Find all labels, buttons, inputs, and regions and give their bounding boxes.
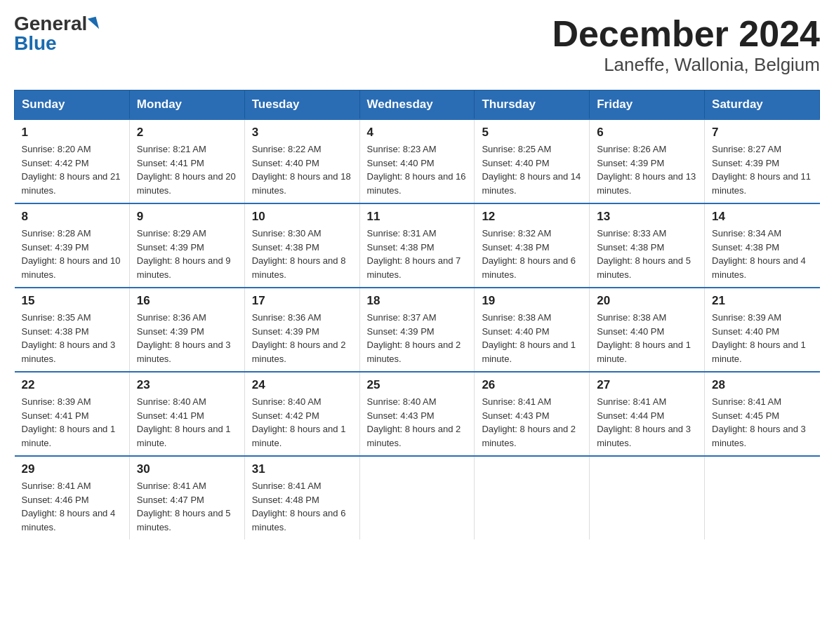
page-subtitle: Laneffe, Wallonia, Belgium	[552, 54, 820, 76]
day-number: 21	[712, 294, 812, 308]
calendar-cell: 30 Sunrise: 8:41 AMSunset: 4:47 PMDaylig…	[129, 456, 244, 539]
day-number: 17	[252, 294, 352, 308]
day-number: 29	[22, 462, 122, 476]
calendar-cell: 14 Sunrise: 8:34 AMSunset: 4:38 PMDaylig…	[705, 203, 820, 288]
header-day-thursday: Thursday	[475, 90, 590, 120]
calendar-week-2: 8 Sunrise: 8:28 AMSunset: 4:39 PMDayligh…	[15, 203, 820, 288]
day-info: Sunrise: 8:35 AMSunset: 4:38 PMDaylight:…	[22, 312, 116, 364]
day-info: Sunrise: 8:41 AMSunset: 4:48 PMDaylight:…	[252, 481, 346, 532]
day-info: Sunrise: 8:26 AMSunset: 4:39 PMDaylight:…	[597, 144, 696, 196]
day-info: Sunrise: 8:41 AMSunset: 4:46 PMDaylight:…	[22, 481, 116, 532]
calendar-cell: 6 Sunrise: 8:26 AMSunset: 4:39 PMDayligh…	[590, 119, 705, 203]
calendar-cell: 3 Sunrise: 8:22 AMSunset: 4:40 PMDayligh…	[244, 119, 359, 203]
calendar-cell: 24 Sunrise: 8:40 AMSunset: 4:42 PMDaylig…	[244, 372, 359, 456]
day-number: 10	[252, 210, 352, 224]
day-number: 20	[597, 294, 697, 308]
calendar-cell: 5 Sunrise: 8:25 AMSunset: 4:40 PMDayligh…	[475, 119, 590, 203]
day-info: Sunrise: 8:39 AMSunset: 4:40 PMDaylight:…	[712, 312, 806, 364]
header-row: SundayMondayTuesdayWednesdayThursdayFrid…	[15, 90, 820, 120]
day-info: Sunrise: 8:41 AMSunset: 4:44 PMDaylight:…	[597, 396, 691, 448]
day-number: 24	[252, 378, 352, 392]
header-day-monday: Monday	[129, 90, 244, 120]
calendar-cell: 8 Sunrise: 8:28 AMSunset: 4:39 PMDayligh…	[15, 203, 130, 288]
calendar-cell: 13 Sunrise: 8:33 AMSunset: 4:38 PMDaylig…	[590, 203, 705, 288]
day-number: 1	[22, 126, 122, 140]
day-number: 18	[367, 294, 468, 308]
calendar-cell	[705, 456, 820, 539]
day-number: 19	[482, 294, 582, 308]
day-number: 23	[137, 378, 237, 392]
day-number: 2	[137, 126, 237, 140]
calendar-table: SundayMondayTuesdayWednesdayThursdayFrid…	[14, 90, 820, 539]
day-info: Sunrise: 8:41 AMSunset: 4:43 PMDaylight:…	[482, 396, 576, 448]
day-number: 6	[597, 126, 697, 140]
calendar-cell: 10 Sunrise: 8:30 AMSunset: 4:38 PMDaylig…	[244, 203, 359, 288]
calendar-cell: 28 Sunrise: 8:41 AMSunset: 4:45 PMDaylig…	[705, 372, 820, 456]
calendar-cell: 11 Sunrise: 8:31 AMSunset: 4:38 PMDaylig…	[359, 203, 475, 288]
day-info: Sunrise: 8:38 AMSunset: 4:40 PMDaylight:…	[597, 312, 691, 364]
day-number: 14	[712, 210, 812, 224]
day-info: Sunrise: 8:29 AMSunset: 4:39 PMDaylight:…	[137, 228, 231, 280]
day-info: Sunrise: 8:23 AMSunset: 4:40 PMDaylight:…	[367, 144, 466, 196]
header-day-saturday: Saturday	[705, 90, 820, 120]
calendar-cell: 27 Sunrise: 8:41 AMSunset: 4:44 PMDaylig…	[590, 372, 705, 456]
day-number: 9	[137, 210, 237, 224]
header-day-sunday: Sunday	[15, 90, 130, 120]
day-number: 25	[367, 378, 468, 392]
day-info: Sunrise: 8:27 AMSunset: 4:39 PMDaylight:…	[712, 144, 811, 196]
calendar-cell: 17 Sunrise: 8:36 AMSunset: 4:39 PMDaylig…	[244, 288, 359, 372]
day-number: 30	[137, 462, 237, 476]
day-info: Sunrise: 8:22 AMSunset: 4:40 PMDaylight:…	[252, 144, 351, 196]
day-info: Sunrise: 8:40 AMSunset: 4:41 PMDaylight:…	[137, 396, 231, 448]
calendar-header: SundayMondayTuesdayWednesdayThursdayFrid…	[15, 90, 820, 120]
day-info: Sunrise: 8:38 AMSunset: 4:40 PMDaylight:…	[482, 312, 576, 364]
day-info: Sunrise: 8:31 AMSunset: 4:38 PMDaylight:…	[367, 228, 461, 280]
calendar-cell: 25 Sunrise: 8:40 AMSunset: 4:43 PMDaylig…	[359, 372, 475, 456]
day-info: Sunrise: 8:36 AMSunset: 4:39 PMDaylight:…	[137, 312, 231, 364]
calendar-cell: 16 Sunrise: 8:36 AMSunset: 4:39 PMDaylig…	[129, 288, 244, 372]
day-number: 4	[367, 126, 468, 140]
calendar-cell: 19 Sunrise: 8:38 AMSunset: 4:40 PMDaylig…	[475, 288, 590, 372]
day-number: 3	[252, 126, 352, 140]
day-number: 28	[712, 378, 812, 392]
calendar-cell: 12 Sunrise: 8:32 AMSunset: 4:38 PMDaylig…	[475, 203, 590, 288]
day-info: Sunrise: 8:37 AMSunset: 4:39 PMDaylight:…	[367, 312, 461, 364]
logo-general-text: General	[14, 14, 87, 34]
calendar-cell: 18 Sunrise: 8:37 AMSunset: 4:39 PMDaylig…	[359, 288, 475, 372]
day-number: 15	[22, 294, 122, 308]
title-block: December 2024 Laneffe, Wallonia, Belgium	[552, 14, 820, 76]
calendar-cell: 1 Sunrise: 8:20 AMSunset: 4:42 PMDayligh…	[15, 119, 130, 203]
header-day-friday: Friday	[590, 90, 705, 120]
day-info: Sunrise: 8:20 AMSunset: 4:42 PMDaylight:…	[22, 144, 121, 196]
day-info: Sunrise: 8:21 AMSunset: 4:41 PMDaylight:…	[137, 144, 236, 196]
day-info: Sunrise: 8:41 AMSunset: 4:45 PMDaylight:…	[712, 396, 806, 448]
page-title: December 2024	[552, 14, 820, 54]
calendar-cell: 4 Sunrise: 8:23 AMSunset: 4:40 PMDayligh…	[359, 119, 475, 203]
calendar-body: 1 Sunrise: 8:20 AMSunset: 4:42 PMDayligh…	[15, 119, 820, 539]
calendar-cell: 9 Sunrise: 8:29 AMSunset: 4:39 PMDayligh…	[129, 203, 244, 288]
day-info: Sunrise: 8:40 AMSunset: 4:43 PMDaylight:…	[367, 396, 461, 448]
calendar-cell: 20 Sunrise: 8:38 AMSunset: 4:40 PMDaylig…	[590, 288, 705, 372]
calendar-cell: 22 Sunrise: 8:39 AMSunset: 4:41 PMDaylig…	[15, 372, 130, 456]
day-info: Sunrise: 8:28 AMSunset: 4:39 PMDaylight:…	[22, 228, 121, 280]
day-info: Sunrise: 8:25 AMSunset: 4:40 PMDaylight:…	[482, 144, 581, 196]
day-info: Sunrise: 8:39 AMSunset: 4:41 PMDaylight:…	[22, 396, 116, 448]
day-number: 7	[712, 126, 812, 140]
logo: General Blue	[14, 14, 98, 53]
calendar-cell: 7 Sunrise: 8:27 AMSunset: 4:39 PMDayligh…	[705, 119, 820, 203]
day-info: Sunrise: 8:32 AMSunset: 4:38 PMDaylight:…	[482, 228, 576, 280]
calendar-week-4: 22 Sunrise: 8:39 AMSunset: 4:41 PMDaylig…	[15, 372, 820, 456]
day-number: 12	[482, 210, 582, 224]
day-number: 8	[22, 210, 122, 224]
calendar-week-3: 15 Sunrise: 8:35 AMSunset: 4:38 PMDaylig…	[15, 288, 820, 372]
calendar-cell: 29 Sunrise: 8:41 AMSunset: 4:46 PMDaylig…	[15, 456, 130, 539]
calendar-cell	[475, 456, 590, 539]
logo-arrow-icon	[88, 17, 99, 31]
calendar-week-5: 29 Sunrise: 8:41 AMSunset: 4:46 PMDaylig…	[15, 456, 820, 539]
day-number: 31	[252, 462, 352, 476]
day-number: 13	[597, 210, 697, 224]
day-number: 11	[367, 210, 468, 224]
day-info: Sunrise: 8:41 AMSunset: 4:47 PMDaylight:…	[137, 481, 231, 532]
day-number: 16	[137, 294, 237, 308]
day-info: Sunrise: 8:30 AMSunset: 4:38 PMDaylight:…	[252, 228, 346, 280]
